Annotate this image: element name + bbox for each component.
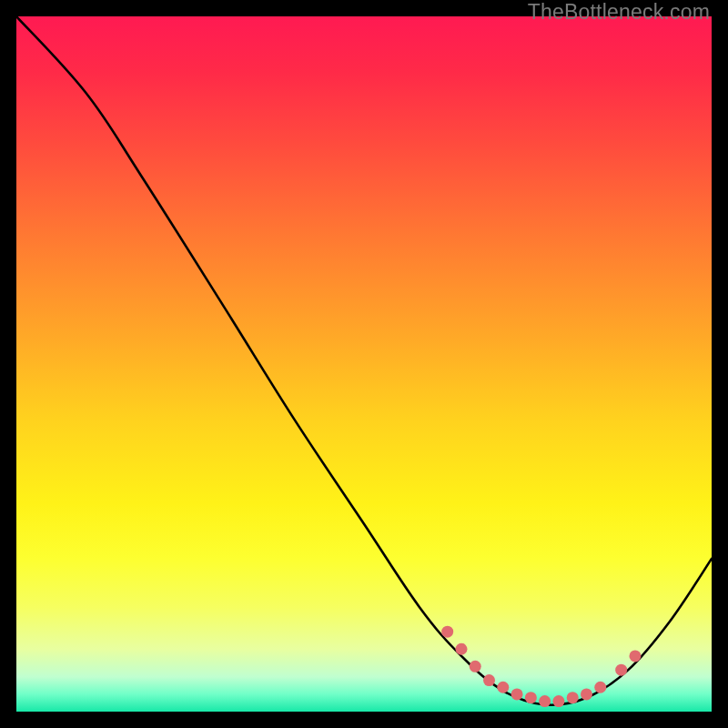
- curve-marker: [455, 643, 467, 655]
- curve-marker: [629, 650, 641, 662]
- curve-marker: [497, 682, 509, 693]
- curve-marker: [525, 692, 537, 703]
- watermark-text: TheBottleneck.com: [528, 0, 710, 25]
- bottleneck-curve: [16, 16, 712, 705]
- curve-marker: [483, 674, 495, 686]
- curve-marker: [615, 664, 627, 676]
- gradient-plot: [16, 16, 712, 712]
- curve-marker: [511, 688, 523, 700]
- curve-marker: [470, 661, 481, 672]
- curve-marker: [552, 695, 564, 707]
- curve-marker: [441, 626, 453, 638]
- curve-marker: [539, 695, 551, 707]
- curve-marker: [567, 692, 579, 703]
- curve-marker: [581, 688, 592, 700]
- curve-marker: [594, 682, 606, 693]
- chart-svg: [16, 16, 712, 712]
